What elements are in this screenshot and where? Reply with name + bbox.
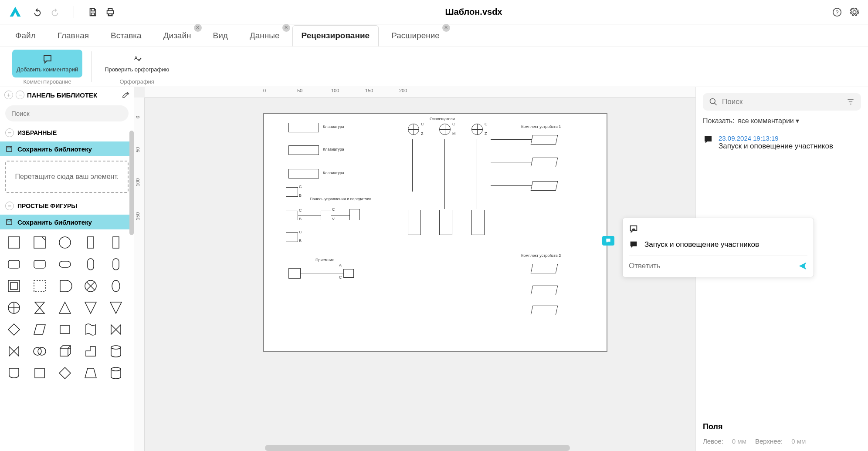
shape-flag[interactable] [82,321,99,338]
topbar: Шаблон.vsdx ? [0,0,868,24]
undo-icon[interactable] [33,7,42,17]
shape-rounded[interactable] [5,256,23,273]
filter-icon[interactable] [846,98,855,106]
svg-rect-12 [8,260,20,268]
save-library-button-1[interactable]: Сохранить библиотеку [0,141,134,156]
add-comment-button[interactable]: Добавить комментарий [12,50,82,77]
menu-insert[interactable]: Вставка [102,25,151,46]
shape-rounded-bottom[interactable] [5,364,23,382]
remove-library-button[interactable]: − [16,91,24,99]
spell-check-button[interactable]: A Проверить орфографию [100,50,173,77]
menu-view[interactable]: Вид [204,25,237,46]
help-icon[interactable]: ? [832,7,842,17]
badge-icon: ✕ [194,24,202,32]
svg-rect-3 [7,146,12,151]
comment-bubble-icon [703,135,713,145]
save-library-icon [5,218,13,226]
save-library-button-2[interactable]: Сохранить библиотеку [0,215,134,229]
shape-pill[interactable] [56,256,74,273]
shape-parallelogram[interactable] [31,321,48,338]
ruler-horizontal: 0 50 100 150 200 [145,87,695,98]
shape-rect2[interactable] [31,364,48,382]
shape-square-fold[interactable] [31,234,48,251]
shape-hourglass[interactable] [31,299,48,316]
redo-icon[interactable] [50,7,60,17]
shape-rounded2[interactable] [31,256,48,273]
diagram-page[interactable]: Клавиатура Клавиатура Клавиатура C B Пан… [263,113,607,352]
shape-box[interactable] [56,321,74,338]
shape-triangle-down[interactable] [82,299,99,316]
badge-icon: ✕ [282,24,290,32]
ribbon: Добавить комментарий Комментирование A П… [0,47,868,87]
shape-cylinder[interactable] [107,343,125,360]
menu-design[interactable]: Дизайн✕ [154,25,200,46]
shape-trapezoid[interactable] [82,364,99,382]
shape-step[interactable] [82,343,99,360]
print-icon[interactable] [105,7,115,17]
comment-anchor-icon[interactable] [602,236,614,246]
svg-rect-19 [34,280,45,292]
menubar: Файл Главная Вставка Дизайн✕ Вид Данные✕… [0,24,868,47]
shape-triangle[interactable] [56,299,74,316]
svg-rect-5 [7,219,12,225]
svg-point-27 [111,346,121,349]
shape-triangle-down2[interactable] [107,299,125,316]
comment-list-item[interactable]: 23.09.2024 19:13:19 Запуск и оповещение … [703,131,861,154]
shape-square[interactable] [5,234,23,251]
menu-review[interactable]: Рецензирование [292,25,379,47]
shape-vpill[interactable] [82,256,99,273]
shape-diamond[interactable] [5,321,23,338]
shape-vpill2[interactable] [107,256,125,273]
shape-bowtie[interactable] [107,321,125,338]
horizontal-scrollbar[interactable] [265,445,570,451]
menu-file[interactable]: Файл [6,25,45,46]
fields-header: Поля [703,422,861,431]
shape-quartered[interactable] [5,299,23,316]
favorites-label: ИЗБРАННЫЕ [17,129,57,136]
menu-extension[interactable]: Расширение✕ [382,25,449,46]
svg-text:?: ? [835,9,838,15]
svg-rect-7 [8,237,20,248]
add-library-button[interactable]: + [4,91,13,99]
shapes-search-input[interactable] [5,105,129,121]
send-icon[interactable] [798,261,807,271]
shape-diamond2[interactable] [56,364,74,382]
ribbon-group-comment-label: Комментирование [23,78,71,85]
add-comment-label: Добавить комментарий [17,66,78,73]
svg-rect-15 [88,259,94,270]
shape-d[interactable] [56,277,74,295]
svg-rect-23 [60,326,70,333]
spell-check-label: Проверить орфографию [105,66,169,73]
svg-text:A: A [134,55,138,61]
menu-data[interactable]: Данные✕ [241,25,289,46]
shape-cylinder2[interactable] [107,364,125,382]
show-filter-dropdown[interactable]: все комментарии ▾ [738,117,799,125]
badge-icon: ✕ [442,24,450,32]
edit-icon[interactable] [122,91,129,99]
save-icon[interactable] [88,7,98,17]
reply-input[interactable] [629,262,793,270]
shape-crossed-circle[interactable] [82,277,99,295]
collapse-shapes-button[interactable]: − [5,202,14,210]
shape-circle[interactable] [56,234,74,251]
simple-shapes-label: ПРОСТЫЕ ФИГУРЫ [17,202,77,209]
shape-double-circle[interactable] [31,343,48,360]
shape-rect-tall[interactable] [82,234,99,251]
canvas-area[interactable]: 0 50 100 150 200 0 50 100 150 Клавиатура… [134,87,695,451]
shape-rect-tall2[interactable] [107,234,125,251]
svg-rect-6 [8,219,10,221]
settings-icon[interactable] [850,7,859,17]
comment-text: Запуск и оповещение участников [719,142,833,151]
shape-bowtie2[interactable] [5,343,23,360]
shape-cube[interactable] [56,343,74,360]
menu-home[interactable]: Главная [48,25,98,46]
collapse-favorites-button[interactable]: − [5,128,14,137]
shape-dashed[interactable] [31,277,48,295]
comments-search-input[interactable] [722,98,842,106]
shape-ellipse-v[interactable] [107,277,125,295]
drop-zone[interactable]: Перетащите сюда ваш элемент. [5,161,129,193]
svg-rect-4 [8,146,10,148]
svg-rect-18 [10,283,17,289]
shape-frame[interactable] [5,277,23,295]
sidebar-scrollbar[interactable] [129,131,134,235]
